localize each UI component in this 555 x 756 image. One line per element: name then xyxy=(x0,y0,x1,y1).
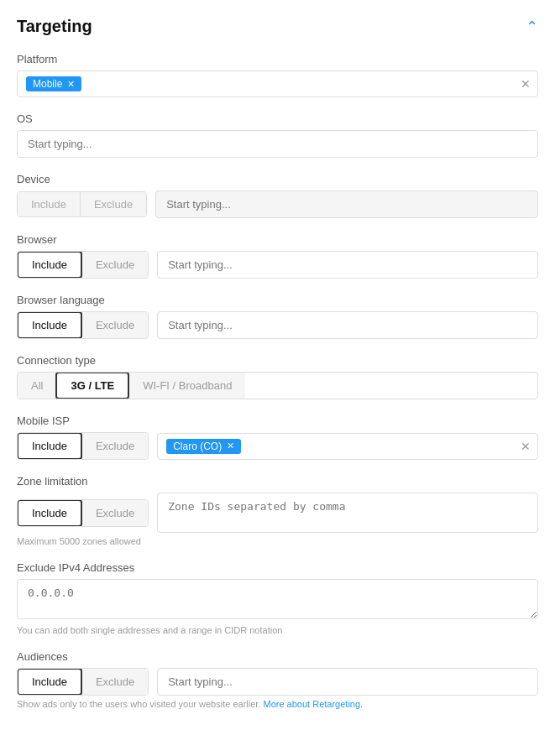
zone-limitation-toggle-group: Include Exclude xyxy=(17,499,149,527)
zone-limitation-toggle-row: Include Exclude xyxy=(17,493,538,533)
browser-label: Browser xyxy=(17,233,538,246)
zone-limitation-label: Zone limitation xyxy=(17,475,538,487)
mobile-isp-include-button[interactable]: Include xyxy=(17,432,82,460)
audiences-include-button[interactable]: Include xyxy=(17,668,82,696)
audiences-label: Audiences xyxy=(17,650,538,663)
os-input[interactable] xyxy=(17,130,538,158)
device-section: Device Include Exclude xyxy=(17,173,538,218)
os-section: OS xyxy=(17,112,538,158)
chevron-up-icon[interactable]: ⌃ xyxy=(526,18,538,36)
browser-section: Browser Include Exclude xyxy=(17,233,538,279)
connection-wifi-button[interactable]: WI-FI / Broadband xyxy=(128,373,245,399)
device-input[interactable] xyxy=(155,190,538,218)
mobile-isp-section: Mobile ISP Include Exclude Claro (CO) ✕ … xyxy=(17,414,538,460)
mobile-isp-toggle-row: Include Exclude Claro (CO) ✕ ✕ xyxy=(17,432,538,460)
platform-tag: Mobile ✕ xyxy=(26,76,81,91)
platform-input-wrapper[interactable]: Mobile ✕ ✕ xyxy=(17,70,538,97)
mobile-isp-tag-close[interactable]: ✕ xyxy=(227,441,234,451)
device-toggle-group: Include Exclude xyxy=(17,191,147,217)
targeting-header: Targeting ⌃ xyxy=(17,17,538,36)
connection-type-label: Connection type xyxy=(17,354,538,367)
platform-section: Platform Mobile ✕ ✕ xyxy=(17,53,538,97)
audiences-section: Audiences Include Exclude Show ads only … xyxy=(17,650,538,709)
audiences-toggle-row: Include Exclude xyxy=(17,668,538,696)
platform-clear-icon[interactable]: ✕ xyxy=(521,77,531,91)
audiences-hint-static: Show ads only to the users who visited y… xyxy=(17,699,260,709)
mobile-isp-toggle-group: Include Exclude xyxy=(17,432,149,460)
zone-limitation-section: Zone limitation Include Exclude Maximum … xyxy=(17,475,538,546)
browser-language-exclude-button[interactable]: Exclude xyxy=(81,312,148,338)
device-label: Device xyxy=(17,173,538,185)
connection-3g-lte-button[interactable]: 3G / LTE xyxy=(55,372,129,399)
platform-tag-close[interactable]: ✕ xyxy=(67,80,75,89)
mobile-isp-input-wrapper[interactable]: Claro (CO) ✕ ✕ xyxy=(157,433,538,460)
browser-language-input[interactable] xyxy=(157,311,538,339)
browser-language-section: Browser language Include Exclude xyxy=(17,294,538,339)
audiences-exclude-button[interactable]: Exclude xyxy=(81,669,148,695)
browser-language-label: Browser language xyxy=(17,294,538,306)
zone-exclude-button[interactable]: Exclude xyxy=(81,500,148,526)
mobile-isp-clear-icon[interactable]: ✕ xyxy=(521,440,531,453)
mobile-isp-label: Mobile ISP xyxy=(17,414,538,427)
exclude-ipv4-section: Exclude IPv4 Addresses You can add both … xyxy=(17,561,538,635)
browser-language-include-button[interactable]: Include xyxy=(17,311,82,339)
mobile-isp-tag: Claro (CO) ✕ xyxy=(166,439,241,454)
exclude-ipv4-hint: You can add both single addresses and a … xyxy=(17,625,538,635)
page-title: Targeting xyxy=(17,17,92,36)
mobile-isp-input[interactable] xyxy=(246,440,529,452)
connection-all-button[interactable]: All xyxy=(18,373,56,399)
zone-include-button[interactable]: Include xyxy=(17,499,82,527)
audiences-input[interactable] xyxy=(157,668,538,696)
zone-hint: Maximum 5000 zones allowed xyxy=(17,536,538,546)
exclude-ipv4-textarea[interactable] xyxy=(17,579,538,619)
zone-textarea[interactable] xyxy=(157,493,538,533)
audiences-hint: Show ads only to the users who visited y… xyxy=(17,699,538,709)
os-label: OS xyxy=(17,112,538,125)
exclude-ipv4-label: Exclude IPv4 Addresses xyxy=(17,561,538,574)
connection-type-toggle-group: All 3G / LTE WI-FI / Broadband xyxy=(17,372,538,399)
browser-include-button[interactable]: Include xyxy=(17,251,82,279)
device-exclude-button[interactable]: Exclude xyxy=(80,192,146,216)
connection-type-section: Connection type All 3G / LTE WI-FI / Bro… xyxy=(17,354,538,399)
mobile-isp-exclude-button[interactable]: Exclude xyxy=(81,433,148,459)
device-toggle-row: Include Exclude xyxy=(17,190,538,218)
platform-label: Platform xyxy=(17,53,538,65)
browser-toggle-row: Include Exclude xyxy=(17,251,538,279)
browser-language-toggle-group: Include Exclude xyxy=(17,311,149,339)
browser-exclude-button[interactable]: Exclude xyxy=(81,252,148,278)
audiences-toggle-group: Include Exclude xyxy=(17,668,149,696)
device-include-button[interactable]: Include xyxy=(18,192,80,216)
browser-toggle-group: Include Exclude xyxy=(17,251,149,279)
browser-language-toggle-row: Include Exclude xyxy=(17,311,538,339)
browser-input[interactable] xyxy=(157,251,538,279)
audiences-hint-link[interactable]: More about Retargeting. xyxy=(264,699,364,709)
platform-input[interactable] xyxy=(86,78,529,91)
